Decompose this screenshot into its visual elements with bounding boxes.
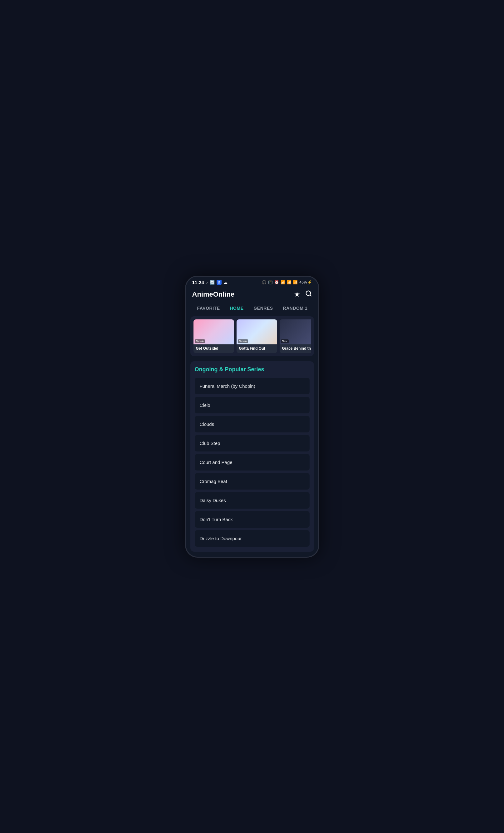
tab-genres[interactable]: GENRES [248,303,278,313]
series-list: Funeral March (by Chopin) Cielo Clouds C… [195,378,309,547]
battery-percent: 46% [299,280,307,284]
featured-card-image-0: ToonA [194,319,234,344]
phone-frame: 11:24 ♪ 🔄 B ☁ 🎧 📳 ⏰ 📶 📶 📶 46% ⚡ AnimeOnl… [185,276,319,557]
search-button[interactable] [305,290,312,299]
series-item-7[interactable]: Don't Turn Back [195,511,309,528]
series-item-0[interactable]: Funeral March (by Chopin) [195,378,309,394]
series-name-4: Court and Page [200,459,232,465]
series-item-3[interactable]: Club Step [195,435,309,451]
status-icons-right: 🎧 📳 ⏰ 📶 📶 📶 46% ⚡ [262,280,312,284]
svg-line-1 [310,295,311,296]
card-label-2: Toor [281,339,289,343]
card-placeholder-1: ToonA [236,319,277,344]
series-item-1[interactable]: Cielo [195,397,309,413]
series-name-8: Drizzle to Downpour [200,536,242,541]
series-name-6: Daisy Dukes [200,498,226,503]
featured-card-title-2: Grace Behind the Curtain [280,344,311,353]
sync-status-icon: 🔄 [210,280,215,285]
featured-card-image-2: Toor [280,319,311,344]
series-item-5[interactable]: Cromag Beat [195,473,309,490]
series-item-8[interactable]: Drizzle to Downpour [195,530,309,547]
status-bar: 11:24 ♪ 🔄 B ☁ 🎧 📳 ⏰ 📶 📶 📶 46% ⚡ [186,277,318,287]
header-icons: ★ [294,290,312,299]
series-name-3: Club Step [200,441,220,446]
bluetooth-status-icon: B [217,280,222,285]
star-button[interactable]: ★ [294,290,300,299]
series-name-2: Clouds [200,422,215,427]
card-placeholder-0: ToonA [194,319,234,344]
tab-random1[interactable]: RANDOM 1 [278,303,313,313]
status-time: 11:24 [192,280,204,285]
signal1-icon: 📶 [287,280,292,284]
nav-tabs: FAVORITE HOME GENRES RANDOM 1 RA... [186,303,318,313]
alarm-icon: ⏰ [274,280,279,284]
tab-ra[interactable]: RA... [312,303,318,313]
section-title: Ongoing & Popular Series [195,366,309,373]
lightning-icon: ⚡ [307,280,312,284]
featured-card-title-0: Get Outside! [194,344,234,353]
featured-card-0[interactable]: ToonA Get Outside! [194,319,234,353]
tab-home[interactable]: HOME [225,303,248,313]
app-title: AnimeOnline [192,290,235,299]
featured-card-1[interactable]: ToonA Gotta Find Out [236,319,277,353]
featured-card-image-1: ToonA [236,319,277,344]
card-label-1: ToonA [238,339,248,343]
ongoing-section: Ongoing & Popular Series Funeral March (… [191,361,314,552]
series-item-2[interactable]: Clouds [195,416,309,432]
series-name-7: Don't Turn Back [200,517,233,522]
card-placeholder-2: Toor [280,319,311,344]
featured-section: ToonA Get Outside! ToonA Gotta Find Out [191,316,314,356]
signal2-icon: 📶 [293,280,298,284]
tiktok-status-icon: ♪ [206,280,208,284]
series-name-1: Cielo [200,402,210,408]
series-item-6[interactable]: Daisy Dukes [195,492,309,508]
featured-card-title-1: Gotta Find Out [236,344,277,353]
series-name-5: Cromag Beat [200,479,227,484]
cloud-status-icon: ☁ [223,280,227,285]
headphone-icon: 🎧 [262,280,267,284]
wifi-icon: 📶 [281,280,285,284]
featured-card-2[interactable]: Toor Grace Behind the Curtain [280,319,311,353]
app-header: AnimeOnline ★ [186,287,318,303]
vibrate-icon: 📳 [268,280,273,284]
series-item-4[interactable]: Court and Page [195,454,309,471]
scroll-content[interactable]: ToonA Get Outside! ToonA Gotta Find Out [186,313,318,557]
featured-cards-list: ToonA Get Outside! ToonA Gotta Find Out [194,319,311,353]
tab-favorite[interactable]: FAVORITE [192,303,225,313]
card-label-0: ToonA [195,339,205,343]
series-name-0: Funeral March (by Chopin) [200,383,255,389]
battery-icon: 46% ⚡ [299,280,312,284]
